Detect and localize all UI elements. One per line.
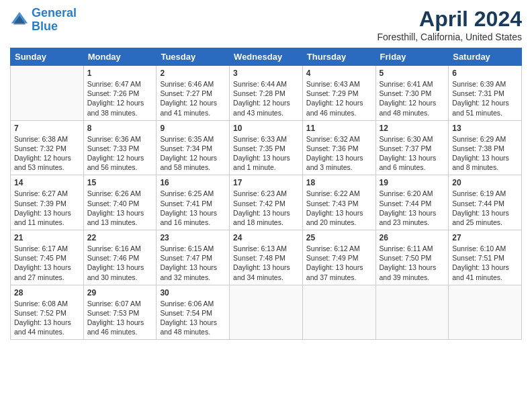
day-number: 6 xyxy=(452,68,518,78)
calendar-cell xyxy=(11,66,84,121)
calendar-cell: 21Sunrise: 6:17 AM Sunset: 7:45 PM Dayli… xyxy=(11,230,84,285)
day-info: Sunrise: 6:41 AM Sunset: 7:30 PM Dayligh… xyxy=(380,79,445,118)
calendar-cell: 4Sunrise: 6:43 AM Sunset: 7:29 PM Daylig… xyxy=(302,66,375,121)
col-header-monday: Monday xyxy=(83,48,157,66)
day-number: 18 xyxy=(306,178,372,187)
day-info: Sunrise: 6:15 AM Sunset: 7:47 PM Dayligh… xyxy=(160,244,226,282)
week-row-5: 28Sunrise: 6:08 AM Sunset: 7:52 PM Dayli… xyxy=(11,285,522,340)
calendar-cell: 25Sunrise: 6:12 AM Sunset: 7:49 PM Dayli… xyxy=(302,230,375,285)
calendar-cell: 23Sunrise: 6:15 AM Sunset: 7:47 PM Dayli… xyxy=(157,230,230,285)
day-number: 10 xyxy=(233,124,299,133)
day-info: Sunrise: 6:30 AM Sunset: 7:37 PM Dayligh… xyxy=(380,134,445,173)
title-area: April 2024 Foresthill, California, Unite… xyxy=(377,7,522,42)
day-number: 24 xyxy=(233,233,299,242)
calendar-cell: 20Sunrise: 6:19 AM Sunset: 7:44 PM Dayli… xyxy=(449,175,522,230)
calendar-cell xyxy=(449,285,522,340)
day-number: 13 xyxy=(452,124,518,133)
day-info: Sunrise: 6:08 AM Sunset: 7:52 PM Dayligh… xyxy=(14,299,80,337)
week-row-1: 1Sunrise: 6:47 AM Sunset: 7:26 PM Daylig… xyxy=(11,66,522,121)
day-number: 3 xyxy=(233,68,299,78)
day-number: 20 xyxy=(452,178,518,187)
day-number: 23 xyxy=(160,233,226,242)
calendar-table: SundayMondayTuesdayWednesdayThursdayFrid… xyxy=(10,48,522,340)
week-row-3: 14Sunrise: 6:27 AM Sunset: 7:39 PM Dayli… xyxy=(11,175,522,230)
day-number: 12 xyxy=(380,124,445,133)
week-row-2: 7Sunrise: 6:38 AM Sunset: 7:32 PM Daylig… xyxy=(11,120,522,175)
calendar-cell xyxy=(302,285,375,340)
calendar-cell: 18Sunrise: 6:22 AM Sunset: 7:43 PM Dayli… xyxy=(302,175,375,230)
main-title: April 2024 xyxy=(377,7,522,32)
calendar-cell: 2Sunrise: 6:46 AM Sunset: 7:27 PM Daylig… xyxy=(157,66,230,121)
day-info: Sunrise: 6:22 AM Sunset: 7:43 PM Dayligh… xyxy=(306,189,372,227)
day-number: 11 xyxy=(306,124,372,133)
col-header-thursday: Thursday xyxy=(302,48,375,66)
calendar-cell: 15Sunrise: 6:26 AM Sunset: 7:40 PM Dayli… xyxy=(83,175,157,230)
day-info: Sunrise: 6:17 AM Sunset: 7:45 PM Dayligh… xyxy=(14,244,80,282)
day-info: Sunrise: 6:20 AM Sunset: 7:44 PM Dayligh… xyxy=(380,189,445,227)
calendar-cell: 19Sunrise: 6:20 AM Sunset: 7:44 PM Dayli… xyxy=(375,175,449,230)
calendar-cell: 6Sunrise: 6:39 AM Sunset: 7:31 PM Daylig… xyxy=(449,66,522,121)
calendar-cell: 13Sunrise: 6:29 AM Sunset: 7:38 PM Dayli… xyxy=(449,120,522,175)
day-info: Sunrise: 6:35 AM Sunset: 7:34 PM Dayligh… xyxy=(160,134,226,173)
day-number: 25 xyxy=(306,233,372,242)
calendar-cell: 27Sunrise: 6:10 AM Sunset: 7:51 PM Dayli… xyxy=(449,230,522,285)
logo-text: General Blue xyxy=(32,7,77,34)
calendar-cell: 17Sunrise: 6:23 AM Sunset: 7:42 PM Dayli… xyxy=(230,175,303,230)
calendar-cell: 8Sunrise: 6:36 AM Sunset: 7:33 PM Daylig… xyxy=(83,120,157,175)
day-info: Sunrise: 6:44 AM Sunset: 7:28 PM Dayligh… xyxy=(233,79,299,118)
day-info: Sunrise: 6:39 AM Sunset: 7:31 PM Dayligh… xyxy=(452,79,518,118)
calendar-cell: 24Sunrise: 6:13 AM Sunset: 7:48 PM Dayli… xyxy=(230,230,303,285)
calendar-cell xyxy=(230,285,303,340)
day-number: 27 xyxy=(452,233,518,242)
day-info: Sunrise: 6:38 AM Sunset: 7:32 PM Dayligh… xyxy=(14,134,80,173)
day-number: 7 xyxy=(14,124,80,133)
calendar-cell: 12Sunrise: 6:30 AM Sunset: 7:37 PM Dayli… xyxy=(375,120,449,175)
calendar-cell: 29Sunrise: 6:07 AM Sunset: 7:53 PM Dayli… xyxy=(83,285,157,340)
day-info: Sunrise: 6:43 AM Sunset: 7:29 PM Dayligh… xyxy=(306,79,372,118)
day-number: 21 xyxy=(14,233,80,242)
calendar-cell: 5Sunrise: 6:41 AM Sunset: 7:30 PM Daylig… xyxy=(375,66,449,121)
col-header-friday: Friday xyxy=(375,48,449,66)
day-info: Sunrise: 6:33 AM Sunset: 7:35 PM Dayligh… xyxy=(233,134,299,173)
day-number: 4 xyxy=(306,68,372,78)
day-info: Sunrise: 6:32 AM Sunset: 7:36 PM Dayligh… xyxy=(306,134,372,173)
calendar-cell xyxy=(375,285,449,340)
calendar-header-row: SundayMondayTuesdayWednesdayThursdayFrid… xyxy=(11,48,522,66)
calendar-cell: 14Sunrise: 6:27 AM Sunset: 7:39 PM Dayli… xyxy=(11,175,84,230)
logo-icon xyxy=(10,11,29,30)
calendar-cell: 3Sunrise: 6:44 AM Sunset: 7:28 PM Daylig… xyxy=(230,66,303,121)
calendar-cell: 7Sunrise: 6:38 AM Sunset: 7:32 PM Daylig… xyxy=(11,120,84,175)
day-number: 22 xyxy=(87,233,153,242)
day-info: Sunrise: 6:12 AM Sunset: 7:49 PM Dayligh… xyxy=(306,244,372,282)
logo: General Blue xyxy=(10,7,77,34)
day-info: Sunrise: 6:25 AM Sunset: 7:41 PM Dayligh… xyxy=(160,189,226,227)
day-info: Sunrise: 6:06 AM Sunset: 7:54 PM Dayligh… xyxy=(160,299,226,337)
week-row-4: 21Sunrise: 6:17 AM Sunset: 7:45 PM Dayli… xyxy=(11,230,522,285)
day-info: Sunrise: 6:27 AM Sunset: 7:39 PM Dayligh… xyxy=(14,189,80,227)
day-number: 28 xyxy=(14,288,80,298)
calendar-cell: 22Sunrise: 6:16 AM Sunset: 7:46 PM Dayli… xyxy=(83,230,157,285)
calendar-cell: 16Sunrise: 6:25 AM Sunset: 7:41 PM Dayli… xyxy=(157,175,230,230)
day-number: 8 xyxy=(87,124,153,133)
col-header-saturday: Saturday xyxy=(449,48,522,66)
logo-blue: Blue xyxy=(32,19,58,33)
day-number: 17 xyxy=(233,178,299,187)
calendar-cell: 30Sunrise: 6:06 AM Sunset: 7:54 PM Dayli… xyxy=(157,285,230,340)
day-number: 29 xyxy=(87,288,153,298)
calendar-cell: 1Sunrise: 6:47 AM Sunset: 7:26 PM Daylig… xyxy=(83,66,157,121)
day-number: 15 xyxy=(87,178,153,187)
day-number: 16 xyxy=(160,178,226,187)
day-number: 2 xyxy=(160,68,226,78)
day-info: Sunrise: 6:07 AM Sunset: 7:53 PM Dayligh… xyxy=(87,299,153,337)
day-info: Sunrise: 6:11 AM Sunset: 7:50 PM Dayligh… xyxy=(380,244,445,282)
day-number: 19 xyxy=(380,178,445,187)
calendar-cell: 28Sunrise: 6:08 AM Sunset: 7:52 PM Dayli… xyxy=(11,285,84,340)
day-number: 30 xyxy=(160,288,226,298)
day-info: Sunrise: 6:23 AM Sunset: 7:42 PM Dayligh… xyxy=(233,189,299,227)
day-info: Sunrise: 6:47 AM Sunset: 7:26 PM Dayligh… xyxy=(87,79,153,118)
day-info: Sunrise: 6:29 AM Sunset: 7:38 PM Dayligh… xyxy=(452,134,518,173)
day-number: 5 xyxy=(380,68,445,78)
day-number: 1 xyxy=(87,68,153,78)
day-info: Sunrise: 6:16 AM Sunset: 7:46 PM Dayligh… xyxy=(87,244,153,282)
day-number: 26 xyxy=(380,233,445,242)
